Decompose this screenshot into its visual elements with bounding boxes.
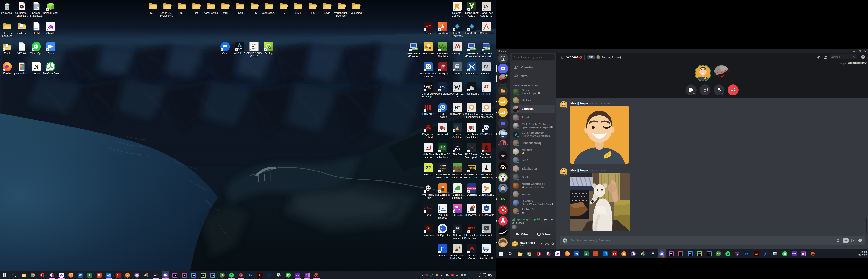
svg-text:2: 2 [473,206,474,208]
svg-text:S: S [241,274,242,276]
svg-text:911: 911 [485,207,488,210]
svg-text:18: 18 [485,250,487,252]
svg-text:?: ? [862,56,864,58]
svg-text:PARIS: PARIS [501,157,505,158]
svg-text:112: 112 [441,227,445,230]
svg-text:S: S [737,253,738,255]
svg-text:1: 1 [490,275,491,277]
